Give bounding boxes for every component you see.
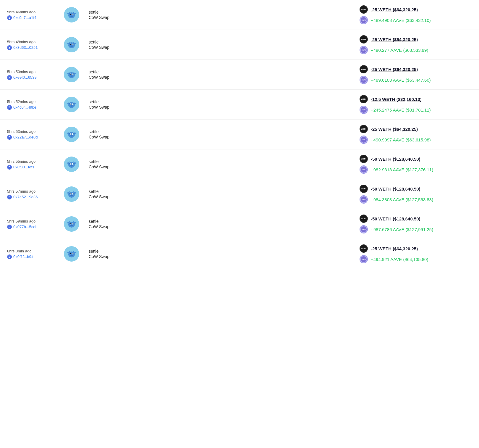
action-label-2: CoW Swap bbox=[89, 75, 124, 80]
tx-hash[interactable]: 0x22a7...de0d bbox=[7, 135, 54, 140]
svg-point-124 bbox=[70, 253, 71, 254]
svg-point-104 bbox=[73, 193, 75, 194]
svg-point-22 bbox=[71, 46, 72, 46]
svg-point-7 bbox=[71, 16, 72, 17]
svg-point-116 bbox=[69, 221, 70, 222]
svg-point-72 bbox=[73, 132, 74, 132]
tx-hash[interactable]: 0x4c0f...49be bbox=[7, 105, 54, 110]
svg-point-71 bbox=[69, 132, 70, 132]
svg-point-119 bbox=[73, 223, 75, 224]
amounts-section: WETH -25 WETH ($64,320.25) AAVE +489.490… bbox=[348, 5, 472, 24]
svg-point-111 bbox=[70, 225, 73, 226]
svg-point-110 bbox=[72, 223, 73, 224]
amounts-section: WETH -50 WETH ($128,640.50) AAVE +982.93… bbox=[348, 155, 472, 174]
tx-hash[interactable]: 0x0f1f...b9fd bbox=[7, 254, 54, 259]
svg-point-23 bbox=[72, 46, 72, 46]
weth-icon: WETH bbox=[360, 35, 368, 43]
aave-amount: +987.6786 AAVE ($127,991.25) bbox=[371, 227, 433, 232]
time-ago: 5hrs 46mins ago bbox=[7, 10, 54, 14]
weth-amount: -25 WETH ($64,320.25) bbox=[371, 246, 418, 251]
aave-amount: +982.9318 AAVE ($127,376.11) bbox=[371, 167, 433, 172]
aave-icon: AAVE bbox=[360, 76, 368, 84]
left-section: 5hrs 57mins ago 0x7e52...9d36 bbox=[7, 189, 54, 199]
aave-icon: AAVE bbox=[360, 165, 368, 174]
svg-point-36 bbox=[70, 75, 73, 77]
svg-point-73 bbox=[69, 133, 70, 135]
svg-point-94 bbox=[70, 194, 71, 194]
svg-point-82 bbox=[71, 165, 72, 166]
action-label-2: CoW Swap bbox=[89, 224, 124, 229]
time-ago: 5hrs 55mins ago bbox=[7, 159, 54, 164]
left-section: 5hrs 55mins ago 0x8f88...fdf1 bbox=[7, 159, 54, 170]
cow-swap-icon bbox=[64, 7, 79, 22]
time-ago: 5hrs 57mins ago bbox=[7, 189, 54, 194]
svg-point-95 bbox=[72, 194, 73, 194]
svg-point-58 bbox=[69, 103, 70, 105]
action-label-1: settle bbox=[89, 189, 124, 194]
action-section: settle CoW Swap bbox=[89, 219, 124, 229]
svg-point-87 bbox=[73, 162, 74, 162]
svg-point-28 bbox=[69, 43, 70, 45]
action-label-1: settle bbox=[89, 99, 124, 104]
svg-point-125 bbox=[72, 253, 73, 254]
svg-point-91 bbox=[68, 192, 75, 198]
amounts-section: WETH -50 WETH ($128,640.50) AAVE +987.67… bbox=[348, 215, 472, 233]
svg-point-86 bbox=[69, 162, 70, 162]
weth-amount: -50 WETH ($128,640.50) bbox=[371, 186, 420, 191]
action-label-1: settle bbox=[89, 10, 124, 14]
weth-amount: -25 WETH ($64,320.25) bbox=[371, 67, 418, 72]
svg-point-11 bbox=[69, 12, 70, 13]
ethereum-icon bbox=[7, 165, 12, 170]
svg-point-121 bbox=[68, 252, 75, 257]
tx-hash[interactable]: 0x3d63...0251 bbox=[7, 45, 54, 50]
ethereum-icon bbox=[7, 15, 12, 20]
action-section: settle CoW Swap bbox=[89, 70, 124, 80]
weth-amount: -50 WETH ($128,640.50) bbox=[371, 157, 420, 162]
svg-point-67 bbox=[71, 136, 72, 136]
svg-point-61 bbox=[68, 132, 75, 138]
svg-point-118 bbox=[69, 223, 70, 224]
svg-point-4 bbox=[70, 14, 71, 15]
ethereum-icon bbox=[7, 195, 12, 199]
table-row: 5hrs 59mins ago 0x077b...5ceb bbox=[0, 209, 479, 239]
ethereum-icon bbox=[7, 75, 12, 80]
weth-line: WETH -25 WETH ($64,320.25) bbox=[360, 244, 472, 253]
svg-point-31 bbox=[68, 72, 75, 78]
svg-point-34 bbox=[70, 74, 71, 75]
action-label-1: settle bbox=[89, 70, 124, 74]
ethereum-icon bbox=[7, 254, 12, 259]
cow-swap-icon bbox=[64, 157, 79, 172]
table-row: 5hrs 46mins ago 0xc9e7...a1f4 bbox=[0, 0, 479, 30]
table-row: 5hrs 53mins ago 0x22a7...de0d bbox=[0, 120, 479, 149]
svg-point-64 bbox=[70, 134, 71, 134]
amounts-section: WETH -25 WETH ($64,320.25) AAVE +489.610… bbox=[348, 65, 472, 84]
action-label-1: settle bbox=[89, 249, 124, 254]
aave-line: AAVE +494.921 AAVE ($64,135.80) bbox=[360, 255, 472, 263]
tx-hash[interactable]: 0x8f88...fdf1 bbox=[7, 165, 54, 170]
left-section: 5hrs 50mins ago 0xe9f0...6539 bbox=[7, 70, 54, 80]
svg-point-134 bbox=[73, 253, 75, 254]
svg-point-126 bbox=[70, 255, 73, 256]
svg-point-42 bbox=[73, 72, 74, 72]
tx-hash[interactable]: 0x7e52...9d36 bbox=[7, 195, 54, 199]
tx-hash[interactable]: 0xe9f0...6539 bbox=[7, 75, 54, 80]
svg-point-80 bbox=[72, 164, 73, 164]
tx-hash[interactable]: 0xc9e7...a1f4 bbox=[7, 15, 54, 20]
svg-point-81 bbox=[70, 165, 73, 167]
cow-swap-icon bbox=[64, 246, 79, 262]
tx-hash[interactable]: 0x077b...5ceb bbox=[7, 225, 54, 229]
time-ago: 6hrs 0min ago bbox=[7, 249, 54, 253]
table-row: 5hrs 48mins ago 0x3d63...0251 bbox=[0, 30, 479, 60]
amounts-section: WETH -50 WETH ($128,640.50) AAVE +984.38… bbox=[348, 185, 472, 204]
transaction-list: 5hrs 46mins ago 0xc9e7...a1f4 bbox=[0, 0, 479, 269]
aave-line: AAVE +489.6103 AAVE ($63,447.60) bbox=[360, 76, 472, 84]
svg-point-103 bbox=[69, 193, 70, 194]
svg-point-88 bbox=[69, 163, 70, 165]
amounts-section: WETH -25 WETH ($64,320.25) AAVE +494.921… bbox=[348, 244, 472, 263]
aave-amount: +984.3803 AAVE ($127,563.83) bbox=[371, 197, 433, 202]
table-row: 5hrs 50mins ago 0xe9f0...6539 bbox=[0, 60, 479, 90]
cow-swap-icon bbox=[64, 37, 79, 52]
svg-point-97 bbox=[71, 195, 72, 196]
cow-swap-icon bbox=[64, 186, 79, 202]
action-label-2: CoW Swap bbox=[89, 165, 124, 169]
